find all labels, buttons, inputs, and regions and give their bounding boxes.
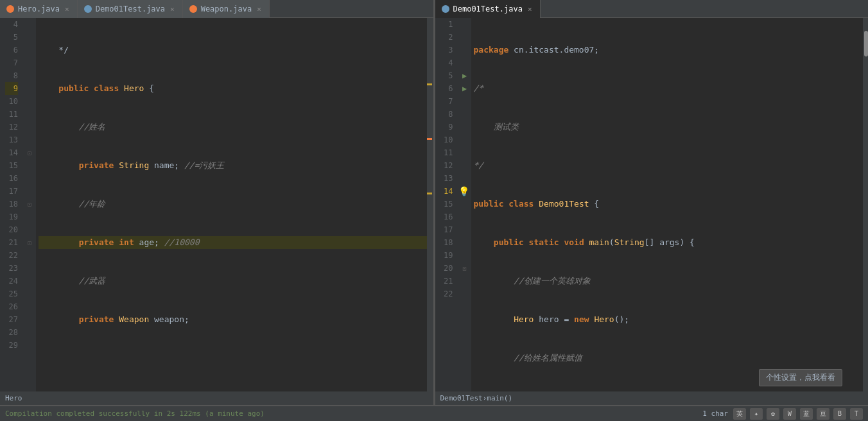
tab-weapon-java-close[interactable]: × (256, 4, 263, 14)
right-code-line-3: 测试类 (474, 121, 864, 133)
status-bar: Compilation completed successfully in 2s… (0, 406, 868, 421)
taskbar-icon-3[interactable]: ✿ (767, 408, 779, 420)
code-line-4: */ (39, 44, 427, 56)
left-indicator-3 (427, 193, 432, 194)
left-indicator-2 (427, 138, 432, 140)
left-indicator-1 (427, 83, 432, 85)
code-line-8: //年龄 (39, 198, 427, 210)
taskbar-icon-6[interactable]: 豆 (817, 408, 829, 420)
right-scroll-thumb[interactable] (864, 31, 868, 56)
right-breadcrumb: Demo01Test › main() (435, 391, 869, 406)
demo01-right-icon (442, 5, 449, 13)
right-code-line-5: public class Demo01Test { (474, 198, 864, 210)
code-line-7: private String name; //=污妖王 (39, 159, 427, 172)
right-breadcrumb-sep: › (483, 394, 487, 402)
left-code-area[interactable]: 4 5 6 7 8 9 10 11 12 13 14 15 16 17 18 1… (0, 18, 433, 391)
warn-icon-14: 💡 (458, 186, 469, 196)
weapon-java-icon (189, 5, 197, 13)
right-code-area[interactable]: 1 2 3 4 5 6 7 8 9 10 11 12 13 14 15 16 1… (435, 18, 869, 391)
tab-demo01-left-close[interactable]: × (169, 4, 176, 14)
taskbar-icon-8[interactable]: T (850, 408, 863, 420)
left-gutter: ⊡ ⊡ ⊡ (23, 18, 36, 391)
right-editor-pane: 1 2 3 4 5 6 7 8 9 10 11 12 13 14 15 16 1… (435, 18, 869, 406)
editors-area: 4 5 6 7 8 9 10 11 12 13 14 15 16 17 18 1… (0, 18, 868, 406)
tab-hero-java[interactable]: Hero.java × (0, 0, 78, 18)
code-line-5: public class Hero { (39, 82, 427, 95)
tab-demo01-right[interactable]: Demo01Test.java × (435, 0, 541, 18)
demo01-left-icon (84, 5, 92, 13)
left-scroll-indicators (427, 18, 433, 391)
left-code-content[interactable]: */ public class Hero { //姓名 private Stri… (36, 18, 427, 391)
right-code-line-6: public static void main(String[] args) { (474, 236, 864, 249)
taskbar-icons: 英 ✦ ✿ W 蓝 豆 B T (733, 408, 863, 420)
status-right: 1 char 英 ✦ ✿ W 蓝 豆 B T (702, 408, 863, 420)
code-line-10: //武器 (39, 275, 427, 288)
left-editor-pane: 4 5 6 7 8 9 10 11 12 13 14 15 16 17 18 1… (0, 18, 435, 406)
right-code-content[interactable]: package cn.itcast.demo07; /* 测试类 */ publ… (471, 18, 864, 391)
tab-hero-java-close[interactable]: × (64, 4, 71, 14)
right-line-numbers: 1 2 3 4 5 6 7 8 9 10 11 12 13 14 15 16 1… (435, 18, 458, 391)
hero-java-icon (6, 5, 14, 13)
left-breadcrumb: Hero (0, 391, 433, 406)
taskbar-icon-5[interactable]: 蓝 (800, 408, 813, 420)
right-tab-group: Demo01Test.java × (433, 0, 869, 17)
right-code-line-9: //给姓名属性赋值 (474, 352, 864, 365)
tab-weapon-java-label: Weapon.java (201, 4, 252, 13)
left-breadcrumb-label: Hero (5, 394, 22, 402)
code-line-12 (39, 352, 427, 365)
right-breadcrumb-class: Demo01Test (440, 394, 483, 402)
tab-weapon-java[interactable]: Weapon.java × (183, 0, 270, 18)
right-scrollbar[interactable] (863, 18, 868, 391)
tab-bar: Hero.java × Demo01Test.java × Weapon.jav… (0, 0, 868, 18)
code-line-9: private int age; //10000 (39, 236, 427, 249)
right-breadcrumb-method: main() (487, 394, 512, 402)
status-left: Compilation completed successfully in 2s… (5, 409, 695, 418)
code-line-6: //姓名 (39, 121, 427, 133)
right-code-line-7: //创建一个英雄对象 (474, 275, 864, 288)
right-code-line-8: Hero hero = new Hero(); (474, 313, 864, 326)
tooltip-text: 个性设置，点我看看 (766, 373, 835, 382)
right-code-line-4: */ (474, 159, 864, 172)
left-line-numbers: 4 5 6 7 8 9 10 11 12 13 14 15 16 17 18 1… (0, 18, 23, 391)
taskbar-icon-7[interactable]: B (833, 408, 846, 420)
taskbar-icon-4[interactable]: W (783, 408, 796, 420)
compilation-status: Compilation completed successfully in 2s… (5, 409, 265, 418)
right-code-line-1: package cn.itcast.demo07; (474, 44, 864, 56)
run-icon-5[interactable]: ▶ (462, 71, 467, 80)
tooltip-box[interactable]: 个性设置，点我看看 (759, 369, 842, 386)
tab-demo01-left-label: Demo01Test.java (96, 4, 165, 13)
right-code-line-2: /* (474, 82, 864, 95)
tab-demo01-right-close[interactable]: × (526, 4, 534, 14)
tab-hero-java-label: Hero.java (18, 4, 60, 13)
run-icon-6[interactable]: ▶ (462, 84, 467, 93)
char-info: 1 char (702, 409, 728, 418)
tab-demo01-left[interactable]: Demo01Test.java × (78, 0, 183, 18)
left-tab-group: Hero.java × Demo01Test.java × Weapon.jav… (0, 0, 433, 17)
code-line-11: private Weapon weapon; (39, 313, 427, 326)
taskbar-icon-2[interactable]: ✦ (750, 408, 763, 420)
right-gutter: ▶ ▶ 💡 ⊡ (458, 18, 471, 391)
taskbar-icon-1[interactable]: 英 (733, 408, 746, 420)
tab-demo01-right-label: Demo01Test.java (453, 4, 523, 13)
